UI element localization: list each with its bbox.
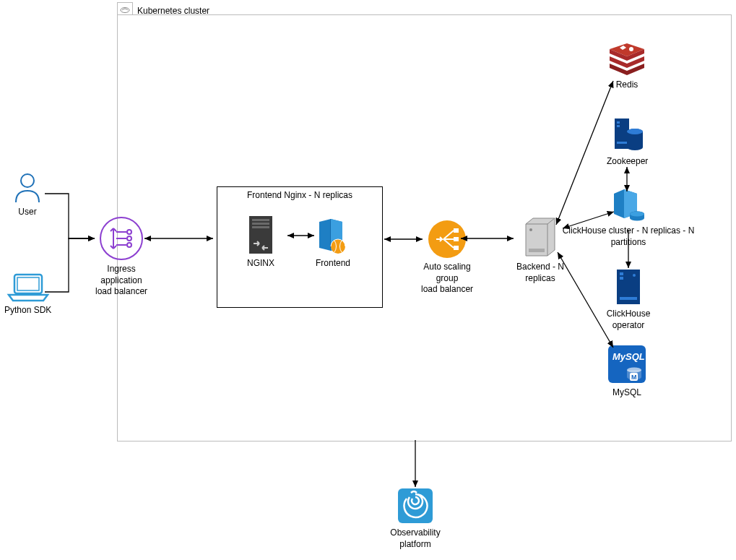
edge-backend-redis (556, 81, 613, 225)
edges-layer (0, 0, 736, 560)
edge-sdk-ingress (45, 238, 95, 292)
edge-backend-mysql (558, 252, 613, 348)
edge-user-ingress (45, 194, 95, 238)
edge-backend-clickhouse (563, 212, 614, 228)
